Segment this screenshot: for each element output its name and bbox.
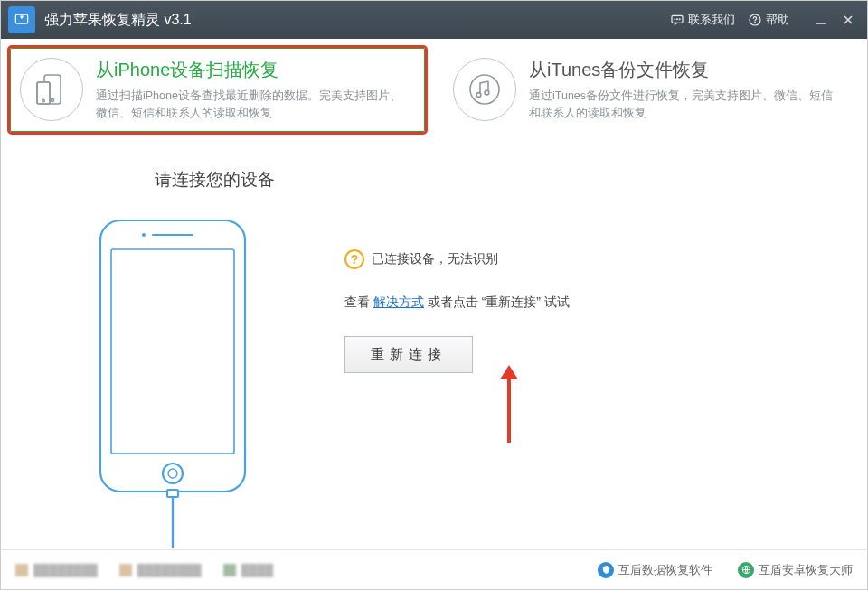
svg-point-4 [679, 19, 680, 20]
titlebar: 强力苹果恢复精灵 v3.1 联系我们 帮助 [1, 1, 867, 39]
main-area: 请连接您的设备 ? 已连接设备，无法识别 [1, 137, 867, 550]
warning-icon: ? [344, 249, 364, 269]
footer-item-blur-3: ████ [223, 564, 273, 576]
svg-point-11 [51, 99, 53, 102]
devices-icon [20, 58, 83, 121]
svg-rect-18 [100, 220, 245, 492]
mode-itunes-backup[interactable]: 从iTunes备份文件恢复 通过iTunes备份文件进行恢复，完美支持图片、微信… [443, 48, 858, 132]
footer-item-blur-1: ████████ [15, 564, 98, 576]
shield-icon [598, 562, 614, 578]
footer-item-blur-2: ████████ [119, 564, 202, 576]
help-suffix: ” 试试 [536, 295, 570, 309]
mode-scan-title: 从iPhone设备扫描恢复 [96, 58, 411, 82]
svg-rect-0 [15, 14, 27, 23]
svg-point-20 [163, 464, 183, 483]
svg-point-15 [470, 75, 499, 104]
solution-link[interactable]: 解决方式 [373, 295, 424, 309]
footer-link-data-recovery[interactable]: 互盾数据恢复软件 [598, 562, 712, 578]
svg-point-16 [476, 93, 481, 98]
globe-icon [738, 562, 754, 578]
mode-scan-iphone[interactable]: 从iPhone设备扫描恢复 通过扫描iPhone设备查找最近删除的数据。完美支持… [10, 48, 425, 132]
minimize-button[interactable] [807, 1, 835, 39]
status-line: ? 已连接设备，无法识别 [344, 249, 813, 269]
help-button[interactable]: 帮助 [748, 12, 789, 28]
mode-itunes-title: 从iTunes备份文件恢复 [529, 58, 844, 82]
footer: ████████ ████████ ████ 互盾数据恢复软件 互盾安卓恢复大师 [1, 549, 867, 589]
app-title: 强力苹果恢复精灵 v3.1 [44, 11, 192, 30]
svg-rect-25 [167, 490, 178, 497]
help-action-text: 重新连接 [486, 295, 536, 309]
close-button[interactable] [835, 1, 862, 39]
phone-illustration [55, 213, 290, 548]
contact-label: 联系我们 [688, 12, 735, 28]
svg-point-3 [677, 19, 678, 20]
help-prefix: 查看 [344, 295, 373, 309]
mode-itunes-desc: 通过iTunes备份文件进行恢复，完美支持图片、微信、短信和联系人的读取和恢复 [529, 88, 844, 122]
footer-badge2-label: 互盾安卓恢复大师 [759, 562, 853, 578]
main-heading: 请连接您的设备 [155, 168, 813, 192]
svg-point-6 [755, 23, 756, 23]
music-note-icon [453, 58, 516, 121]
footer-badge1-label: 互盾数据恢复软件 [618, 562, 712, 578]
svg-rect-19 [111, 249, 234, 454]
app-logo-icon [8, 6, 35, 33]
help-line: 查看 解决方式 或者点击 “重新连接” 试试 [344, 295, 813, 311]
help-mid: 或者点击 “ [424, 295, 486, 309]
help-label: 帮助 [766, 12, 789, 28]
svg-rect-12 [37, 82, 50, 104]
chat-icon [670, 13, 684, 27]
mode-row: 从iPhone设备扫描恢复 通过扫描iPhone设备查找最近删除的数据。完美支持… [1, 39, 867, 137]
svg-point-2 [675, 19, 675, 20]
contact-button[interactable]: 联系我们 [670, 12, 735, 28]
footer-link-android-recovery[interactable]: 互盾安卓恢复大师 [738, 562, 853, 578]
svg-point-23 [142, 233, 146, 237]
status-text: 已连接设备，无法识别 [372, 251, 498, 267]
mode-scan-desc: 通过扫描iPhone设备查找最近删除的数据。完美支持图片、微信、短信和联系人的读… [96, 88, 411, 122]
help-icon [748, 13, 762, 27]
svg-point-21 [168, 469, 177, 478]
reconnect-button[interactable]: 重新连接 [344, 336, 473, 373]
